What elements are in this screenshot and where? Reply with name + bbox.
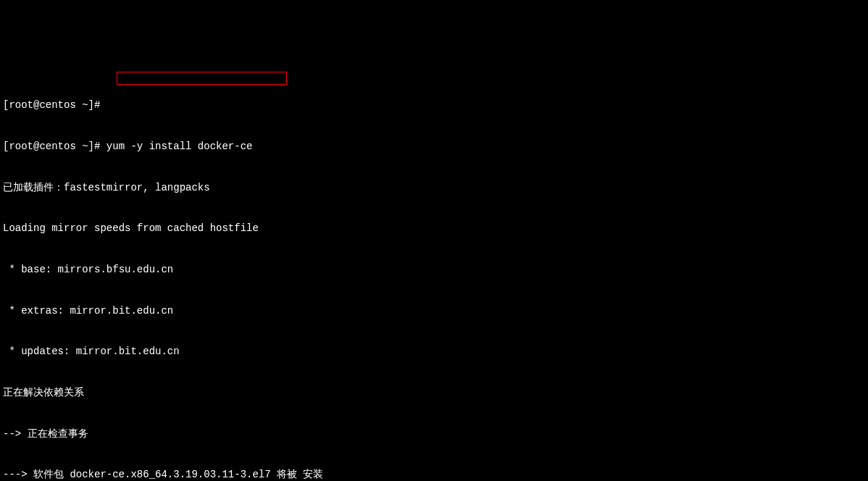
terminal-line: 正在解决依赖关系	[3, 386, 865, 400]
terminal-line: [root@centos ~]#	[3, 99, 865, 112]
terminal-line: ---> 软件包 docker-ce.x86_64.3.19.03.11-3.e…	[3, 468, 865, 481]
terminal-line: * base: mirrors.bfsu.edu.cn	[3, 263, 865, 277]
terminal-line: * updates: mirror.bit.edu.cn	[3, 345, 865, 359]
terminal-line: [root@centos ~]# yum -y install docker-c…	[3, 140, 865, 154]
terminal-line: * extras: mirror.bit.edu.cn	[3, 304, 865, 318]
terminal-output[interactable]: [root@centos ~]# [root@centos ~]# yum -y…	[3, 58, 865, 481]
terminal-line: 已加载插件：fastestmirror, langpacks	[3, 181, 865, 195]
command-highlight-box	[117, 72, 287, 85]
terminal-line: Loading mirror speeds from cached hostfi…	[3, 222, 865, 235]
terminal-line: --> 正在检查事务	[3, 427, 865, 441]
